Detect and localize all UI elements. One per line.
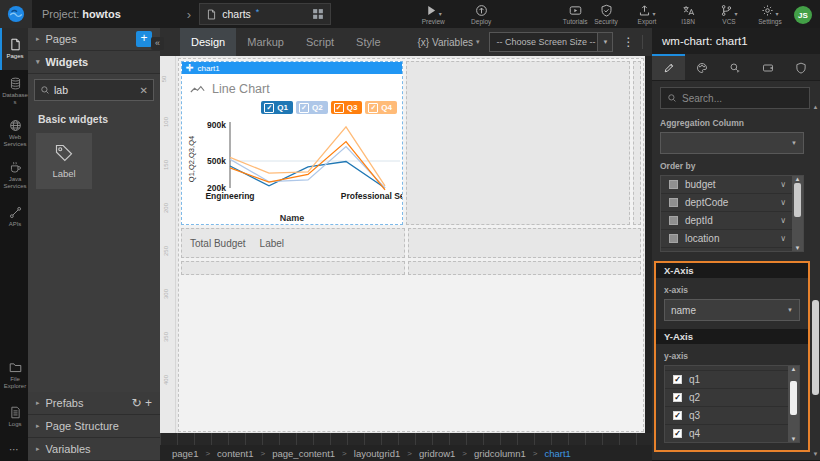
tab-style[interactable]: Style bbox=[345, 28, 391, 56]
tab-markup[interactable]: Markup bbox=[236, 28, 295, 56]
security-button[interactable]: Security bbox=[592, 4, 620, 25]
legend-q1[interactable]: ✓Q1 bbox=[261, 101, 293, 114]
sidebar-item-web-services[interactable]: Web Services bbox=[0, 112, 28, 154]
grid-cell-empty[interactable] bbox=[408, 228, 641, 258]
collapse-panel-button[interactable]: « bbox=[151, 37, 164, 50]
label-widget-tile[interactable]: Label bbox=[36, 133, 92, 189]
tab-device[interactable] bbox=[751, 54, 784, 80]
rail-more-button[interactable]: ⋯ bbox=[0, 438, 28, 461]
breadcrumb-item-chart1[interactable]: chart1 bbox=[544, 448, 570, 459]
orderby-deptCode[interactable]: deptCode∨ bbox=[661, 194, 792, 212]
add-page-button[interactable]: + bbox=[136, 31, 152, 47]
preview-button[interactable]: ▾Preview bbox=[419, 4, 447, 25]
sidebar-item-apis[interactable]: APIs bbox=[0, 196, 28, 238]
scroll-down-icon[interactable]: ▼ bbox=[795, 245, 801, 251]
scroll-down-icon[interactable]: ▼ bbox=[812, 451, 819, 457]
y-axis-scrollbar[interactable]: ▲ ▼ bbox=[788, 366, 799, 442]
settings-icon bbox=[761, 4, 774, 17]
breadcrumb-item-page1[interactable]: page1 bbox=[172, 448, 198, 459]
panel-scrollbar[interactable]: ▲ ▼ bbox=[812, 104, 819, 457]
page-tab-charts[interactable]: charts * bbox=[199, 3, 331, 25]
sidebar-item-file-explorer[interactable]: File Explorer bbox=[0, 354, 28, 396]
orderby-name[interactable]: name∨ bbox=[661, 248, 792, 252]
tab-styles[interactable] bbox=[685, 54, 718, 80]
clear-search-icon[interactable]: ✕ bbox=[140, 85, 148, 96]
section-page-structure[interactable]: ▸Page Structure bbox=[28, 415, 160, 438]
grid-cell-empty[interactable] bbox=[408, 261, 641, 275]
yaxis-q2[interactable]: ✓q2 bbox=[665, 389, 788, 407]
breadcrumb-item-layoutgrid1[interactable]: layoutgrid1 bbox=[354, 448, 400, 459]
section-prefabs[interactable]: ▸Prefabs↻ + bbox=[28, 392, 160, 415]
checkbox-unchecked[interactable] bbox=[669, 198, 678, 207]
orderby-deptId[interactable]: deptId∨ bbox=[661, 212, 792, 230]
design-canvas[interactable]: 50100150200250300350400 ✛ chart1 Line Ch… bbox=[160, 56, 645, 433]
chevron-down-icon[interactable]: ∨ bbox=[780, 216, 786, 225]
sidebar-item-java-services[interactable]: Java Services bbox=[0, 154, 28, 196]
breadcrumb-item-content1[interactable]: content1 bbox=[217, 448, 253, 459]
refresh-icon[interactable]: ↻ bbox=[132, 396, 142, 410]
tab-design[interactable]: Design bbox=[180, 28, 236, 56]
scroll-up-icon[interactable]: ▲ bbox=[795, 176, 801, 182]
tutorials-button[interactable]: Tutorials bbox=[561, 4, 589, 25]
tab-properties[interactable] bbox=[652, 54, 685, 80]
legend-q3[interactable]: ✓Q3 bbox=[331, 101, 363, 114]
dashboard-grid-icon[interactable] bbox=[312, 8, 324, 20]
widget-search-input[interactable]: lab ✕ bbox=[34, 79, 154, 101]
settings-button[interactable]: ▾Settings bbox=[756, 4, 784, 25]
tab-security[interactable] bbox=[784, 54, 817, 80]
tab-script[interactable]: Script bbox=[295, 28, 345, 56]
chart1-widget[interactable]: ✛ chart1 Line Chart ✓Q1✓Q2✓Q3✓Q4 900k500… bbox=[181, 61, 403, 225]
section-variables[interactable]: ▸Variables bbox=[28, 438, 160, 461]
pages-section-header[interactable]: ▸ Pages + bbox=[28, 28, 160, 51]
order-by-scrollbar[interactable]: ▲ ▼ bbox=[792, 176, 803, 251]
checkbox-unchecked[interactable] bbox=[669, 180, 678, 189]
grid-cell-empty[interactable] bbox=[181, 261, 405, 275]
add-prefab-icon[interactable]: + bbox=[142, 396, 152, 410]
label-widget[interactable]: Label bbox=[260, 238, 284, 249]
screen-size-select[interactable]: -- Choose Screen Size -- ▼ bbox=[489, 32, 613, 52]
checkbox-unchecked[interactable] bbox=[669, 234, 678, 243]
checkbox-checked[interactable]: ✓ bbox=[673, 393, 682, 402]
checkbox-checked[interactable]: ✓ bbox=[673, 429, 682, 438]
grid-cell-empty[interactable] bbox=[406, 61, 630, 225]
orderby-location[interactable]: location∨ bbox=[661, 230, 792, 248]
x-axis-select[interactable]: name ▼ bbox=[664, 299, 800, 321]
properties-search-input[interactable]: Search... bbox=[660, 87, 810, 109]
breadcrumb-item-page_content1[interactable]: page_content1 bbox=[272, 448, 335, 459]
i18n-button[interactable]: I18N bbox=[674, 4, 702, 25]
aggregation-select[interactable]: ▼ bbox=[660, 132, 804, 154]
user-avatar[interactable]: JS bbox=[794, 6, 812, 24]
yaxis-q3[interactable]: ✓q3 bbox=[665, 407, 788, 425]
widgets-section-header[interactable]: ▾ Widgets bbox=[28, 51, 160, 74]
yaxis-q4[interactable]: ✓q4 bbox=[665, 425, 788, 443]
legend-q2[interactable]: ✓Q2 bbox=[296, 101, 328, 114]
tab-inspect[interactable] bbox=[718, 54, 751, 80]
wavemaker-logo[interactable] bbox=[0, 0, 32, 28]
chevron-down-icon[interactable]: ∨ bbox=[780, 234, 786, 243]
breadcrumb-item-gridrow1[interactable]: gridrow1 bbox=[419, 448, 455, 459]
chevron-down-icon[interactable]: ∨ bbox=[780, 180, 786, 189]
orderby-budget[interactable]: budget∨ bbox=[661, 176, 792, 194]
scroll-up-icon[interactable]: ▲ bbox=[791, 366, 797, 372]
sidebar-item-logs[interactable]: Logs bbox=[0, 396, 28, 438]
page-container[interactable]: ✛ chart1 Line Chart ✓Q1✓Q2✓Q3✓Q4 900k500… bbox=[178, 58, 644, 432]
checkbox-unchecked[interactable] bbox=[669, 216, 678, 225]
deploy-button[interactable]: Deploy bbox=[467, 4, 495, 25]
checkbox-checked[interactable]: ✓ bbox=[673, 411, 682, 420]
labels-cell[interactable]: Total BudgetLabel bbox=[181, 228, 405, 258]
variables-button[interactable]: {x} Variables ▾ bbox=[418, 37, 480, 48]
sidebar-item-pages[interactable]: Pages bbox=[0, 28, 28, 70]
chart1-widget-header[interactable]: ✛ chart1 bbox=[182, 62, 402, 74]
sidebar-item-databases[interactable]: Databases bbox=[0, 70, 28, 112]
scroll-down-icon[interactable]: ▼ bbox=[791, 436, 797, 442]
yaxis-q1[interactable]: ✓q1 bbox=[665, 371, 788, 389]
chevron-down-icon[interactable]: ∨ bbox=[780, 198, 786, 207]
export-button[interactable]: ▾Export bbox=[633, 4, 661, 25]
scroll-up-icon[interactable]: ▲ bbox=[812, 104, 819, 110]
legend-q4[interactable]: ✓Q4 bbox=[365, 101, 397, 114]
checkbox-checked[interactable]: ✓ bbox=[673, 375, 682, 384]
more-options-button[interactable]: ⋮ bbox=[622, 35, 643, 49]
breadcrumb-item-gridcolumn1[interactable]: gridcolumn1 bbox=[474, 448, 526, 459]
vcs-button[interactable]: ▾VCS bbox=[715, 4, 743, 25]
label-widget[interactable]: Total Budget bbox=[190, 238, 246, 249]
